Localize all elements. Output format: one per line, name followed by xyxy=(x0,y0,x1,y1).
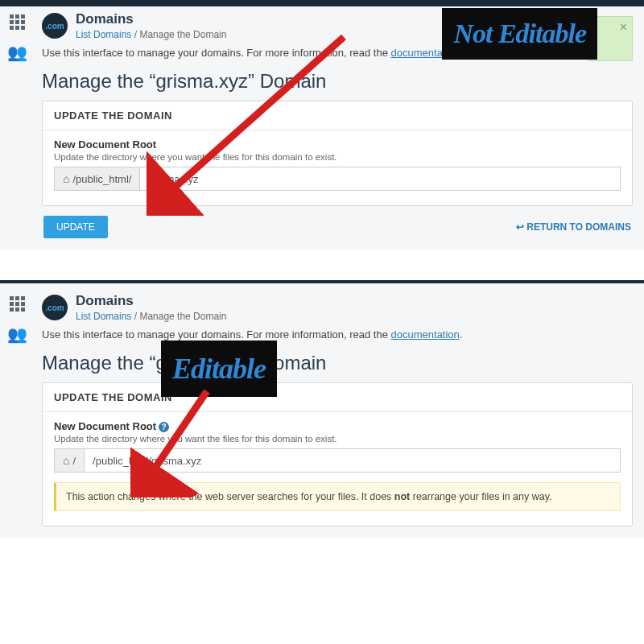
panel-bottom: .com Domains List Domains / Manage the D… xyxy=(0,283,644,538)
intro-prefix: Use this interface to manage your domain… xyxy=(42,328,391,341)
breadcrumb: List Domains / Manage the Domain xyxy=(76,311,226,322)
intro-prefix: Use this interface to manage your domain… xyxy=(42,47,391,59)
apps-grid-icon[interactable] xyxy=(10,296,25,312)
overlay-editable: Editable xyxy=(161,341,277,397)
manage-heading: Manage the “grisma.xyz” Domain xyxy=(42,352,633,374)
page-title: Domains xyxy=(76,11,226,27)
users-icon[interactable] xyxy=(7,43,27,62)
field-label-docroot: New Document Root? xyxy=(54,420,621,432)
documentation-link[interactable]: documentation xyxy=(391,328,460,341)
intro-suffix: . xyxy=(460,328,463,341)
close-icon[interactable]: × xyxy=(620,20,627,35)
docroot-input-row: / xyxy=(54,448,621,473)
breadcrumb-current: Manage the Domain xyxy=(139,311,226,322)
breadcrumb: List Domains / Manage the Domain xyxy=(76,29,226,40)
panel-top: × .com Domains List Domains / Manage the… xyxy=(0,6,644,250)
addon-text: / xyxy=(72,455,76,467)
warning-alert: This action changes where the web server… xyxy=(54,482,621,511)
domain-icon: .com xyxy=(42,295,68,320)
field-help-docroot: Update the directory where you want the … xyxy=(54,152,621,162)
breadcrumb-sep: / xyxy=(134,311,137,322)
breadcrumb-current: Manage the Domain xyxy=(139,29,226,40)
field-label-docroot: New Document Root xyxy=(54,138,621,151)
page-header: .com Domains List Domains / Manage the D… xyxy=(42,293,633,322)
sidebar xyxy=(0,288,34,538)
sidebar xyxy=(0,6,34,250)
window-topbar xyxy=(0,0,644,6)
update-button[interactable]: UPDATE xyxy=(43,216,108,238)
help-icon[interactable]: ? xyxy=(159,422,169,432)
update-domain-well: UPDATE THE DOMAIN New Document Root? Upd… xyxy=(42,382,633,526)
well-heading: UPDATE THE DOMAIN xyxy=(43,383,632,412)
apps-grid-icon[interactable] xyxy=(10,14,25,30)
home-icon xyxy=(63,172,69,185)
home-icon xyxy=(63,454,69,467)
docroot-input[interactable] xyxy=(84,448,621,473)
users-icon[interactable] xyxy=(7,324,27,344)
intro-text: Use this interface to manage your domain… xyxy=(42,328,633,341)
docroot-addon-editable: / xyxy=(54,448,84,473)
content-top: × .com Domains List Domains / Manage the… xyxy=(34,6,644,250)
docroot-addon-locked: /public_html/ xyxy=(54,167,139,191)
domain-icon: .com xyxy=(42,13,68,39)
docroot-input-row: /public_html/ xyxy=(54,167,621,191)
content-bottom: .com Domains List Domains / Manage the D… xyxy=(34,288,644,538)
manage-heading: Manage the “grisma.xyz” Domain xyxy=(42,70,633,93)
field-help-docroot: Update the directory where you want the … xyxy=(54,434,621,444)
breadcrumb-link-list[interactable]: List Domains xyxy=(76,29,131,40)
warning-bold: not xyxy=(394,491,410,502)
breadcrumb-link-list[interactable]: List Domains xyxy=(76,311,131,322)
addon-text: /public_html/ xyxy=(72,173,131,185)
warning-pre: This action changes where the web server… xyxy=(66,491,394,502)
well-heading: UPDATE THE DOMAIN xyxy=(43,101,632,130)
page-title: Domains xyxy=(76,293,226,309)
update-domain-well: UPDATE THE DOMAIN New Document Root Upda… xyxy=(42,101,633,206)
action-footer: UPDATE ↩ RETURN TO DOMAINS xyxy=(42,216,633,238)
breadcrumb-sep: / xyxy=(134,29,137,40)
docroot-input[interactable] xyxy=(139,167,621,191)
warning-post: rearrange your files in any way. xyxy=(410,491,551,502)
overlay-not-editable: Not Editable xyxy=(442,8,597,60)
return-link[interactable]: ↩ RETURN TO DOMAINS xyxy=(516,221,631,233)
